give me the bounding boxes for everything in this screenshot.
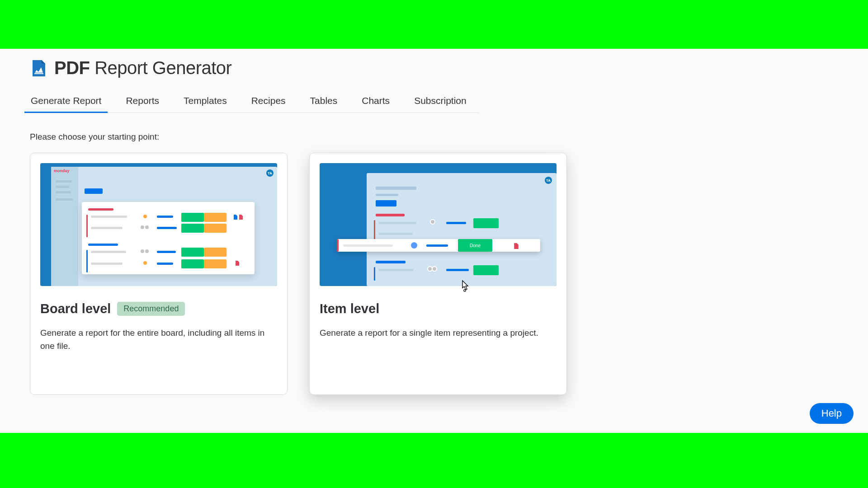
pdf-report-logo-icon [30,59,48,77]
app-header: PDF Report Generator [30,58,838,78]
app-title: PDF Report Generator [54,58,231,78]
help-button[interactable]: Help [810,403,854,424]
card-item-description: Generate a report for a single item repr… [320,326,557,339]
svg-rect-0 [34,73,43,74]
tab-tables[interactable]: Tables [309,92,339,113]
tab-templates[interactable]: Templates [183,92,228,113]
card-board-title: Board level [40,301,111,316]
card-board-level[interactable]: monday TA [30,153,288,395]
card-board-title-row: Board level Recommended [40,301,277,316]
card-item-level[interactable]: TA [309,153,567,395]
illus-ta-badge-2: TA [545,177,552,184]
tab-recipes[interactable]: Recipes [250,92,287,113]
card-item-title: Item level [320,301,379,316]
starting-point-cards: monday TA [30,153,838,395]
card-item-illustration: TA [320,163,557,286]
recommended-badge: Recommended [117,302,185,316]
illus-done-label: Done [470,243,481,248]
app-title-rest: Report Generator [94,58,231,78]
app-title-bold: PDF [54,58,90,78]
card-board-illustration: monday TA [40,163,277,286]
tab-subscription[interactable]: Subscription [413,92,467,113]
tab-charts[interactable]: Charts [361,92,391,113]
tab-generate-report[interactable]: Generate Report [30,92,102,113]
tab-bar: Generate Report Reports Templates Recipe… [30,92,479,113]
tab-reports[interactable]: Reports [125,92,160,113]
illus-ta-badge: TA [266,169,274,177]
card-board-description: Generate a report for the entire board, … [40,326,277,353]
starting-point-prompt: Please choose your starting point: [30,132,838,142]
card-item-title-row: Item level [320,301,557,316]
illus-monday-logo: monday [54,169,70,173]
app-window: PDF Report Generator Generate Report Rep… [0,49,868,433]
